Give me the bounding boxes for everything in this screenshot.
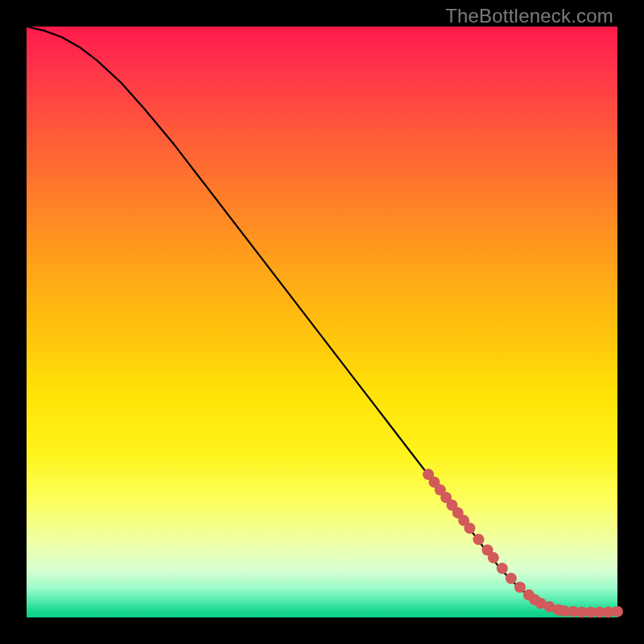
curve-line (27, 27, 617, 612)
points-group (423, 469, 623, 617)
data-point (464, 522, 476, 534)
data-point (514, 582, 526, 593)
data-point (497, 563, 508, 574)
chart-container: TheBottleneck.com (0, 0, 644, 644)
data-point (612, 606, 623, 617)
data-point (506, 573, 517, 584)
plot-area (27, 27, 617, 617)
data-point (488, 552, 499, 564)
data-point (473, 534, 485, 545)
watermark-text: TheBottleneck.com (445, 5, 613, 27)
chart-overlay (27, 27, 617, 617)
